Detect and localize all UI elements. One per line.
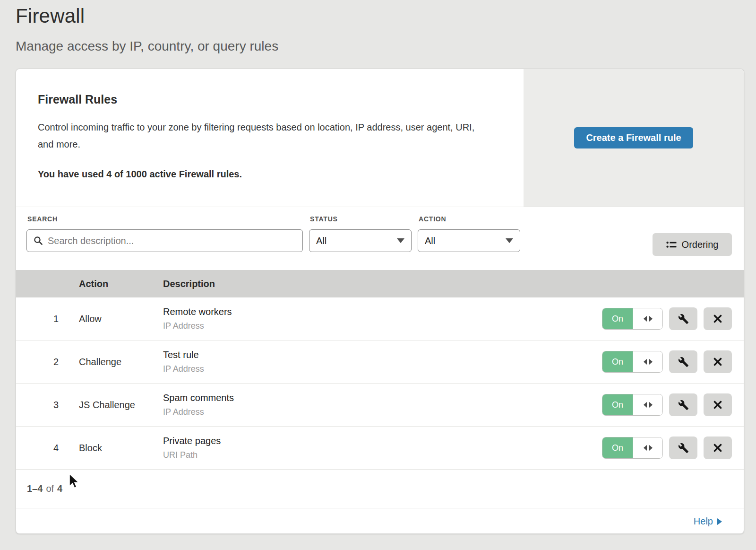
action-label: ACTION <box>419 215 520 223</box>
wrench-icon <box>678 314 689 324</box>
search-label: SEARCH <box>27 215 303 223</box>
edit-rule-button[interactable] <box>669 307 697 330</box>
triangle-left-icon <box>644 445 647 451</box>
rule-controls: On <box>602 307 744 330</box>
column-description: Description <box>163 279 744 289</box>
rule-controls: On <box>602 437 744 459</box>
pagination-total: 4 <box>57 483 62 494</box>
triangle-left-icon <box>644 359 647 365</box>
rule-field: IP Address <box>163 321 602 331</box>
toggle-on-label: On <box>602 308 633 329</box>
rule-action: JS Challenge <box>79 400 163 410</box>
triangle-right-icon <box>649 402 653 408</box>
panel-usage-count: You have used 4 of 1000 active Firewall … <box>38 169 502 180</box>
pagination-of-text: of <box>46 483 54 494</box>
triangle-right-icon <box>717 518 722 525</box>
page-header: Firewall Manage access by IP, country, o… <box>0 0 756 54</box>
pagination: 1–4 of 4 <box>16 470 744 508</box>
rule-field: IP Address <box>163 364 602 374</box>
delete-rule-button[interactable] <box>704 393 732 416</box>
chevron-down-icon <box>397 238 404 243</box>
table-row: 3 JS Challenge Spam comments IP Address … <box>16 384 744 427</box>
rule-description: Spam comments <box>163 393 602 403</box>
close-icon <box>713 400 722 410</box>
close-icon <box>713 443 722 453</box>
rule-controls: On <box>602 350 744 373</box>
delete-rule-button[interactable] <box>704 307 732 330</box>
rule-description-cell: Spam comments IP Address <box>163 393 602 417</box>
edit-rule-button[interactable] <box>669 350 697 373</box>
rule-priority: 3 <box>16 400 79 410</box>
page-subtitle: Manage access by IP, country, or query r… <box>16 39 756 54</box>
rule-action: Allow <box>79 314 163 324</box>
close-icon <box>713 357 722 367</box>
toggle-on-label: On <box>602 351 633 372</box>
search-input[interactable] <box>48 236 296 246</box>
delete-rule-button[interactable] <box>704 350 732 373</box>
status-select-value: All <box>316 236 326 246</box>
toggle-handle[interactable] <box>633 394 662 415</box>
edit-rule-button[interactable] <box>669 437 697 459</box>
rule-field: URI Path <box>163 450 602 460</box>
table-row: 4 Block Private pages URI Path On <box>16 427 744 470</box>
rule-priority: 1 <box>16 314 79 324</box>
rule-priority: 4 <box>16 443 79 454</box>
action-select[interactable]: All <box>418 229 520 252</box>
edit-rule-button[interactable] <box>669 393 697 416</box>
ordered-list-icon <box>666 241 677 249</box>
panel-title: Firewall Rules <box>38 93 502 106</box>
search-filter-group: SEARCH <box>26 215 303 270</box>
rule-description: Private pages <box>163 436 602 446</box>
action-filter-group: ACTION All <box>418 215 520 270</box>
search-box <box>26 229 303 252</box>
firewall-rules-card: Firewall Rules Control incoming traffic … <box>16 69 744 534</box>
rule-action: Challenge <box>79 357 163 367</box>
column-action: Action <box>79 279 163 289</box>
help-link[interactable]: Help <box>694 516 722 527</box>
rule-enabled-toggle[interactable]: On <box>602 394 663 416</box>
action-select-value: All <box>425 236 435 246</box>
toggle-handle[interactable] <box>633 437 662 458</box>
search-icon <box>34 236 43 245</box>
rule-description-cell: Private pages URI Path <box>163 436 602 460</box>
rule-description-cell: Remote workers IP Address <box>163 306 602 331</box>
rule-enabled-toggle[interactable]: On <box>602 308 663 330</box>
status-filter-group: STATUS All <box>309 215 412 270</box>
toggle-on-label: On <box>602 394 633 415</box>
help-link-label: Help <box>694 516 713 527</box>
card-header: Firewall Rules Control incoming traffic … <box>16 69 744 207</box>
status-label: STATUS <box>310 215 412 223</box>
card-header-text: Firewall Rules Control incoming traffic … <box>16 69 524 207</box>
rule-field: IP Address <box>163 407 602 417</box>
delete-rule-button[interactable] <box>704 437 732 459</box>
toggle-handle[interactable] <box>633 351 662 372</box>
triangle-left-icon <box>644 402 647 408</box>
wrench-icon <box>678 357 689 367</box>
rule-description: Remote workers <box>163 306 602 317</box>
close-icon <box>713 314 722 323</box>
triangle-right-icon <box>649 359 653 365</box>
create-firewall-rule-button[interactable]: Create a Firewall rule <box>574 127 693 148</box>
card-header-action-panel: Create a Firewall rule <box>524 69 744 207</box>
filters-bar: SEARCH STATUS All ACTION All <box>16 207 744 270</box>
toggle-on-label: On <box>602 437 633 458</box>
page-title: Firewall <box>16 5 756 27</box>
wrench-icon <box>678 400 689 410</box>
ordering-button-label: Ordering <box>682 239 719 250</box>
pagination-range: 1–4 <box>27 483 43 494</box>
toggle-handle[interactable] <box>633 308 662 329</box>
triangle-right-icon <box>649 316 653 322</box>
wrench-icon <box>678 443 689 454</box>
triangle-right-icon <box>649 445 653 451</box>
ordering-button[interactable]: Ordering <box>653 233 732 256</box>
rule-description: Test rule <box>163 349 602 360</box>
status-select[interactable]: All <box>309 229 412 252</box>
table-header: Action Description <box>16 270 744 297</box>
rule-enabled-toggle[interactable]: On <box>602 351 663 373</box>
panel-description: Control incoming traffic to your zone by… <box>38 119 487 153</box>
table-row: 1 Allow Remote workers IP Address On <box>16 297 744 340</box>
rule-enabled-toggle[interactable]: On <box>602 437 663 459</box>
card-footer: Help <box>16 508 744 534</box>
rule-description-cell: Test rule IP Address <box>163 349 602 374</box>
triangle-left-icon <box>644 316 647 322</box>
